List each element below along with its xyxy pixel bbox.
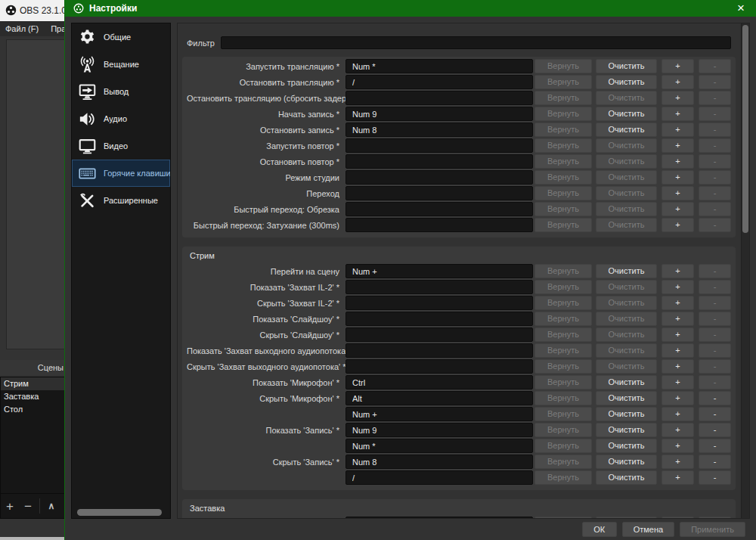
add-binding-button[interactable]: + <box>662 517 694 519</box>
revert-button[interactable]: Вернуть <box>534 59 592 73</box>
revert-button[interactable]: Вернуть <box>534 407 592 421</box>
remove-binding-button[interactable]: - <box>699 327 731 342</box>
remove-binding-button[interactable]: - <box>699 312 731 326</box>
hotkey-binding-input[interactable] <box>345 264 533 278</box>
remove-binding-button[interactable]: - <box>699 186 731 200</box>
remove-binding-button[interactable]: - <box>699 170 731 185</box>
revert-button[interactable]: Вернуть <box>534 280 592 294</box>
hotkey-binding-input[interactable] <box>345 91 533 105</box>
revert-button[interactable]: Вернуть <box>534 391 592 405</box>
add-binding-button[interactable]: + <box>662 391 694 405</box>
scene-item[interactable]: Стол <box>1 403 65 416</box>
add-binding-button[interactable]: + <box>662 218 694 232</box>
clear-button[interactable]: Очистить <box>596 296 657 310</box>
remove-scene-button[interactable]: − <box>19 500 37 513</box>
clear-button[interactable]: Очистить <box>596 455 657 469</box>
clear-button[interactable]: Очистить <box>596 218 657 232</box>
clear-button[interactable]: Очистить <box>596 423 657 437</box>
remove-binding-button[interactable]: - <box>699 296 731 310</box>
add-binding-button[interactable]: + <box>662 343 694 358</box>
clear-button[interactable]: Очистить <box>596 123 657 137</box>
remove-binding-button[interactable]: - <box>699 107 731 121</box>
hotkey-binding-input[interactable] <box>345 391 533 405</box>
scene-item[interactable]: Стрим <box>1 377 65 390</box>
revert-button[interactable]: Вернуть <box>534 202 592 216</box>
add-binding-button[interactable]: + <box>662 154 694 169</box>
clear-button[interactable]: Очистить <box>596 359 657 374</box>
clear-button[interactable]: Очистить <box>596 327 657 342</box>
revert-button[interactable]: Вернуть <box>534 264 592 278</box>
hotkey-binding-input[interactable] <box>345 296 533 310</box>
clear-button[interactable]: Очистить <box>596 186 657 200</box>
revert-button[interactable]: Вернуть <box>534 343 592 358</box>
remove-binding-button[interactable]: - <box>699 517 731 519</box>
add-binding-button[interactable]: + <box>662 186 694 200</box>
hotkey-binding-input[interactable] <box>345 455 533 469</box>
hotkey-binding-input[interactable] <box>345 138 533 153</box>
revert-button[interactable]: Вернуть <box>534 296 592 310</box>
sidebar-item-output[interactable]: Вывод <box>72 78 170 105</box>
revert-button[interactable]: Вернуть <box>534 138 592 153</box>
apply-button[interactable]: Применить <box>680 522 745 537</box>
clear-button[interactable]: Очистить <box>596 517 657 519</box>
add-binding-button[interactable]: + <box>662 470 694 485</box>
remove-binding-button[interactable]: - <box>699 123 731 137</box>
revert-button[interactable]: Вернуть <box>534 186 592 200</box>
ok-button[interactable]: ОК <box>582 522 617 537</box>
hotkey-binding-input[interactable] <box>345 218 533 232</box>
add-scene-button[interactable]: + <box>1 500 19 513</box>
clear-button[interactable]: Очистить <box>596 407 657 421</box>
hotkey-binding-input[interactable] <box>345 439 533 453</box>
remove-binding-button[interactable]: - <box>699 375 731 389</box>
add-binding-button[interactable]: + <box>662 59 694 73</box>
revert-button[interactable]: Вернуть <box>534 423 592 437</box>
hotkey-binding-input[interactable] <box>345 343 533 358</box>
remove-binding-button[interactable]: - <box>699 359 731 374</box>
hotkey-binding-input[interactable] <box>345 375 533 389</box>
hotkey-binding-input[interactable] <box>345 154 533 169</box>
add-binding-button[interactable]: + <box>662 359 694 374</box>
remove-binding-button[interactable]: - <box>699 138 731 153</box>
add-binding-button[interactable]: + <box>662 327 694 342</box>
clear-button[interactable]: Очистить <box>596 170 657 185</box>
move-scene-up-button[interactable]: ∧ <box>42 500 60 513</box>
revert-button[interactable]: Вернуть <box>534 170 592 185</box>
remove-binding-button[interactable]: - <box>699 264 731 278</box>
remove-binding-button[interactable]: - <box>699 343 731 358</box>
remove-binding-button[interactable]: - <box>699 202 731 216</box>
remove-binding-button[interactable]: - <box>699 391 731 405</box>
revert-button[interactable]: Вернуть <box>534 123 592 137</box>
clear-button[interactable]: Очистить <box>596 202 657 216</box>
hotkey-binding-input[interactable] <box>345 407 533 421</box>
clear-button[interactable]: Очистить <box>596 59 657 73</box>
revert-button[interactable]: Вернуть <box>534 75 592 89</box>
sidebar-item-video[interactable]: Видео <box>72 132 170 160</box>
clear-button[interactable]: Очистить <box>596 312 657 326</box>
add-binding-button[interactable]: + <box>662 312 694 326</box>
add-binding-button[interactable]: + <box>662 264 694 278</box>
remove-binding-button[interactable]: - <box>699 470 731 485</box>
menu-file[interactable]: Файл (F) <box>5 24 39 33</box>
add-binding-button[interactable]: + <box>662 423 694 437</box>
add-binding-button[interactable]: + <box>662 138 694 153</box>
revert-button[interactable]: Вернуть <box>534 312 592 326</box>
add-binding-button[interactable]: + <box>662 439 694 453</box>
close-icon[interactable]: × <box>733 1 748 16</box>
revert-button[interactable]: Вернуть <box>534 517 592 519</box>
revert-button[interactable]: Вернуть <box>534 154 592 169</box>
hotkey-binding-input[interactable] <box>345 312 533 326</box>
hotkey-binding-input[interactable] <box>345 59 533 73</box>
clear-button[interactable]: Очистить <box>596 391 657 405</box>
remove-binding-button[interactable]: - <box>699 423 731 437</box>
sidebar-horizontal-scrollbar[interactable] <box>77 509 162 516</box>
sidebar-item-audio[interactable]: Аудио <box>72 105 170 132</box>
add-binding-button[interactable]: + <box>662 170 694 185</box>
remove-binding-button[interactable]: - <box>699 280 731 294</box>
sidebar-item-stream[interactable]: Вещание <box>72 51 170 78</box>
clear-button[interactable]: Очистить <box>596 107 657 121</box>
hotkey-binding-input[interactable] <box>345 170 533 185</box>
revert-button[interactable]: Вернуть <box>534 439 592 453</box>
remove-binding-button[interactable]: - <box>699 439 731 453</box>
clear-button[interactable]: Очистить <box>596 470 657 485</box>
filter-input[interactable] <box>221 36 731 49</box>
